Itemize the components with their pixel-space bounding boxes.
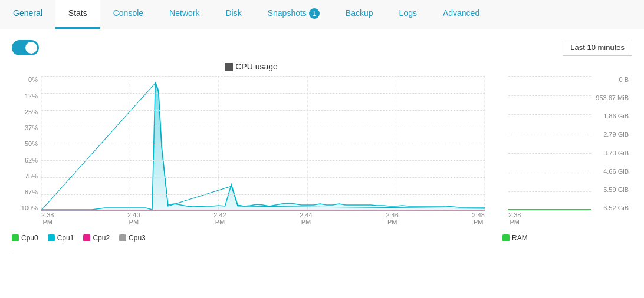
ram-dot <box>502 234 510 241</box>
ram-label: RAM <box>512 234 528 242</box>
legend-cpu3: Cpu3 <box>119 234 146 242</box>
cpu-chart-title: CPU usage <box>12 62 491 71</box>
ram-chart-container: RAM 6.52 GiB 5.59 GiB 4.66 GiB 3.73 GiB … <box>502 62 632 242</box>
ram-plot-area <box>508 76 591 211</box>
cpu3-label: Cpu3 <box>129 234 146 242</box>
cpu2-label: Cpu2 <box>93 234 110 242</box>
tab-disk[interactable]: Disk <box>212 0 254 29</box>
cpu1-label: Cpu1 <box>57 234 74 242</box>
legend-cpu0: Cpu0 <box>12 234 38 242</box>
cpu1-dot <box>48 234 55 241</box>
divider <box>12 254 632 254</box>
cpu0-label: Cpu0 <box>21 234 38 242</box>
tab-network[interactable]: Network <box>156 0 212 29</box>
legend-cpu1: Cpu1 <box>48 234 74 242</box>
cpu2-dot <box>83 234 90 241</box>
cpu-chart-container: CPU usage 100% 87% 75% 62% 50% 37% 25% 1… <box>12 62 491 242</box>
legend-cpu2: Cpu2 <box>83 234 110 242</box>
tab-backup[interactable]: Backup <box>333 0 386 29</box>
tab-snapshots[interactable]: Snapshots1 <box>255 0 333 29</box>
toggle-switch[interactable] <box>12 40 39 55</box>
charts-area: CPU usage 100% 87% 75% 62% 50% 37% 25% 1… <box>12 62 632 242</box>
ram-y-axis: 6.52 GiB 5.59 GiB 4.66 GiB 3.73 GiB 2.79… <box>591 76 632 211</box>
ram-legend: RAM <box>502 234 632 242</box>
cpu0-dot <box>12 234 19 241</box>
cpu-x-axis: 2:38PM 2:40PM 2:42PM 2:44PM 2:46PM 2:48P… <box>41 211 485 229</box>
cpu-y-axis: 100% 87% 75% 62% 50% 37% 25% 12% 0% <box>12 76 41 211</box>
svg-marker-6 <box>41 82 485 211</box>
tab-console[interactable]: Console <box>100 0 156 29</box>
cpu3-dot <box>119 234 126 241</box>
tab-bar: General Stats Console Network Disk Snaps… <box>0 0 644 29</box>
cpu-legend: Cpu0 Cpu1 Cpu2 Cpu3 <box>12 234 491 242</box>
cpu-icon <box>225 63 233 71</box>
tab-logs[interactable]: Logs <box>386 0 430 29</box>
legend-ram: RAM <box>502 234 528 242</box>
cpu-chart-wrapper: 100% 87% 75% 62% 50% 37% 25% 12% 0% <box>12 76 491 229</box>
tab-general[interactable]: General <box>0 0 55 29</box>
snapshots-badge: 1 <box>309 8 320 19</box>
ram-chart-wrapper: 6.52 GiB 5.59 GiB 4.66 GiB 3.73 GiB 2.79… <box>502 76 632 229</box>
tab-stats[interactable]: Stats <box>55 0 100 29</box>
time-selector[interactable]: Last 10 minutes <box>563 39 632 56</box>
ram-svg <box>508 76 591 211</box>
cpu-plot-area <box>41 76 485 211</box>
ram-x-axis: 2:38PM <box>508 211 591 229</box>
top-row: Last 10 minutes <box>12 39 632 56</box>
tab-advanced[interactable]: Advanced <box>430 0 492 29</box>
stats-content: Last 10 minutes CPU usage 100% 87% 75% 6… <box>0 29 644 264</box>
